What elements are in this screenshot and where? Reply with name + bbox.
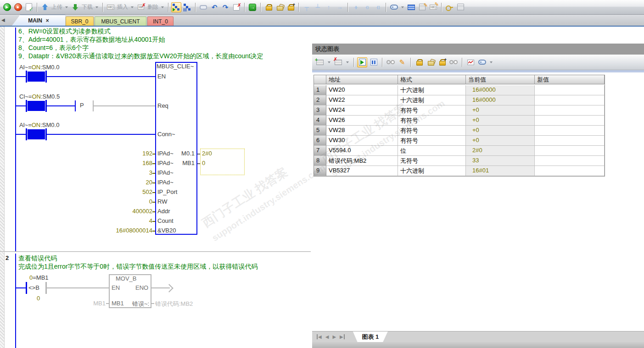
tab-close-icon[interactable]: × (46, 17, 49, 24)
row-number[interactable]: 6 (314, 136, 326, 146)
compare-contact[interactable]: <>B (26, 282, 47, 294)
current-value-cell[interactable]: +0 (466, 116, 535, 126)
next-sheet-icon[interactable]: ▶ (332, 334, 336, 339)
chart-status-button[interactable] (182, 2, 192, 12)
column-header[interactable]: 格式 (398, 75, 466, 84)
new-value-cell[interactable] (535, 166, 605, 176)
download-label[interactable]: 下载 (82, 3, 93, 11)
param-value[interactable]: 3 (78, 169, 152, 176)
row-number[interactable]: 7 (314, 146, 326, 156)
ladder-editor[interactable]: 6、RW=0设置模式为读参数模式 7、Addr=40001，表示寄存器数据地址从… (0, 27, 312, 348)
new-value-cell[interactable] (535, 136, 605, 146)
tab-int0[interactable]: INT_0 (147, 17, 174, 26)
param-value[interactable]: 20 (78, 179, 152, 186)
output-operand[interactable]: MB1 (174, 160, 195, 166)
new-value-cell[interactable] (535, 146, 605, 156)
force-button[interactable] (263, 2, 274, 12)
format-cell[interactable]: 无符号 (398, 156, 466, 166)
tag-button[interactable] (477, 57, 487, 67)
current-value-cell[interactable]: 33 (466, 156, 535, 166)
current-value-cell[interactable]: +0 (466, 105, 535, 116)
chart-run-button[interactable] (357, 57, 367, 67)
edit-table-button[interactable]: ✎ (417, 2, 427, 12)
edge-contact-label[interactable]: P (80, 102, 84, 109)
insert-row-dropdown-icon[interactable] (328, 61, 330, 63)
contact-clock[interactable] (26, 100, 47, 112)
address-cell[interactable]: VW30 (326, 136, 398, 146)
contact-button[interactable]: -||- (351, 2, 361, 12)
force-button[interactable] (414, 57, 424, 67)
param-value[interactable]: 168 (78, 160, 152, 166)
branch-up-button[interactable]: ┴ (313, 2, 323, 12)
delete-dropdown-icon[interactable] (161, 6, 164, 8)
format-cell[interactable]: 十六进制 (398, 95, 466, 105)
download-dropdown-icon[interactable] (95, 6, 98, 8)
program-status-button[interactable] (171, 2, 181, 12)
compile-button[interactable]: ✓ (24, 2, 34, 12)
output-operand[interactable]: M0.1 (174, 150, 195, 157)
goto-button[interactable]: → (247, 2, 258, 12)
address-cell[interactable]: VB5327 (326, 166, 398, 176)
row-number[interactable]: 5 (314, 126, 326, 136)
param-value[interactable]: 400002 (78, 208, 152, 215)
current-value-cell[interactable]: 16#0000 (466, 85, 535, 95)
new-value-cell[interactable] (535, 156, 605, 166)
tag-dropdown-icon[interactable] (490, 61, 493, 63)
address-table-button[interactable] (406, 2, 416, 12)
delete-network-button[interactable]: ✗ (231, 2, 241, 12)
first-sheet-icon[interactable]: ◀ (317, 334, 322, 339)
address-cell[interactable]: VW26 (326, 116, 398, 126)
format-cell[interactable]: 有符号 (398, 116, 466, 126)
row-number[interactable]: 8 (314, 156, 326, 166)
tab-mbus-client[interactable]: MBUS_CLIENT (95, 17, 146, 26)
current-value-cell[interactable]: 16#0000 (466, 95, 535, 105)
address-edit-button[interactable]: HK)✎ (428, 2, 438, 12)
format-cell[interactable]: 位 (398, 146, 466, 156)
param-value[interactable]: 0 (78, 198, 152, 205)
address-cell[interactable]: VW28 (326, 126, 398, 136)
format-cell[interactable]: 有符号 (398, 105, 466, 116)
contact-always-on[interactable] (26, 71, 47, 83)
row-number[interactable]: 9 (314, 166, 326, 176)
current-value-cell[interactable]: 2#0 (466, 146, 535, 156)
panel-title[interactable]: 状态图表 (312, 44, 644, 55)
tag-dropdown-icon[interactable] (401, 6, 404, 8)
read-forced-button[interactable] (448, 57, 459, 67)
move-right-button[interactable]: → (335, 2, 345, 12)
delete-label[interactable]: 删除 (147, 3, 158, 11)
force-all-button[interactable]: + (286, 2, 296, 12)
row-number[interactable]: 1 (314, 85, 326, 95)
upload-button[interactable] (40, 2, 50, 12)
stop-button[interactable]: ■ (13, 2, 23, 12)
insert-row-button[interactable]: + (315, 57, 325, 67)
address-cell[interactable]: 错误代码:MB2 (326, 156, 398, 166)
column-header[interactable]: 地址 (326, 75, 398, 84)
redo-button[interactable]: ↷ (220, 2, 230, 12)
param-value[interactable]: 4 (78, 217, 152, 224)
tab-main[interactable]: MAIN × (12, 15, 65, 26)
address-cell[interactable]: V5594.0 (326, 146, 398, 156)
find-button[interactable] (386, 57, 396, 67)
current-value-cell[interactable]: 16#01 (466, 166, 535, 176)
insert-label[interactable]: 插入 (117, 3, 128, 11)
row-number[interactable]: 4 (314, 116, 326, 126)
new-value-cell[interactable] (535, 105, 605, 116)
contact-always-on[interactable] (26, 128, 47, 140)
unforce-button[interactable] (426, 57, 436, 67)
column-header[interactable]: 新值 (535, 75, 605, 84)
format-cell[interactable]: 有符号 (398, 126, 466, 136)
edit-values-button[interactable]: ✎ (397, 57, 407, 67)
mov-in-operand[interactable]: MB1 (83, 300, 106, 307)
param-value[interactable]: 16#08000014 (78, 227, 152, 234)
coil-button[interactable]: -( ) (362, 2, 372, 12)
upload-dropdown-icon[interactable] (65, 6, 68, 8)
format-cell[interactable]: 有符号 (398, 136, 466, 146)
last-sheet-icon[interactable]: ▶ (340, 334, 345, 339)
key-button[interactable] (444, 2, 454, 12)
format-cell[interactable]: 十六进制 (398, 166, 466, 176)
insert-network-button[interactable] (198, 2, 208, 12)
chart-pause-button[interactable] (369, 57, 379, 67)
new-value-cell[interactable] (535, 126, 605, 136)
tab-sbr0[interactable]: SBR_0 (66, 17, 94, 26)
properties-button[interactable] (455, 2, 465, 12)
